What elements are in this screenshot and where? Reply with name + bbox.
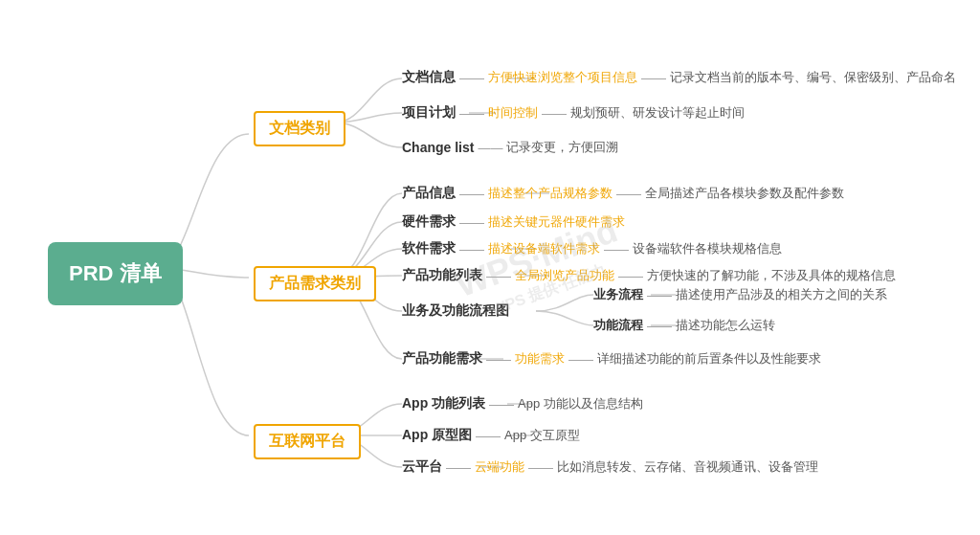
c2-item6-row: 产品功能需求 —— 功能需求 —— 详细描述功能的前后置条件以及性能要求 — [402, 350, 821, 368]
category-box-2: 产品需求类别 — [254, 266, 376, 301]
c2-item1-row: 产品信息 —— 描述整个产品规格参数 —— 全局描述产品各模块参数及配件参数 — [402, 185, 844, 202]
c2-item2-row: 硬件需求 —— 描述关键元器件硬件需求 — [402, 213, 625, 231]
c2-item5-label: 业务及功能流程图 — [402, 302, 509, 320]
category-box-1: 文档类别 — [254, 111, 345, 146]
c1-item2-row: 项目计划 —— 时间控制 —— 规划预研、研发设计等起止时间 — [402, 104, 745, 122]
c2-item5b-row: 功能流程 —— 描述功能怎么运转 — [593, 317, 775, 334]
c3-item2-row: App 原型图 —— App 交互原型 — [402, 427, 580, 444]
c3-item1-row: App 功能列表 —— App 功能以及信息结构 — [402, 395, 643, 412]
c2-item4-row: 产品功能列表 —— 全局浏览产品功能 —— 方便快速的了解功能，不涉及具体的规格… — [402, 267, 896, 284]
c2-item5a-row: 业务流程 —— 描述使用产品涉及的相关方之间的关系 — [593, 286, 887, 303]
c2-item3-row: 软件需求 —— 描述设备端软件需求 —— 设备端软件各模块规格信息 — [402, 240, 782, 257]
c1-item3-row: Change list —— 记录变更，方便回溯 — [402, 139, 618, 156]
category-box-3: 互联网平台 — [254, 424, 361, 459]
c3-item3-row: 云平台 —— 云端功能 —— 比如消息转发、云存储、音视频通讯、设备管理 — [402, 458, 818, 476]
c1-item1-row: 文档信息 —— 方便快速浏览整个项目信息 —— 记录文档当前的版本号、编号、保密… — [402, 69, 956, 86]
mindmap-container: WPS·Mind WPS 提供·任能力 — [0, 0, 980, 535]
root-node: PRD 清单 — [48, 242, 183, 305]
